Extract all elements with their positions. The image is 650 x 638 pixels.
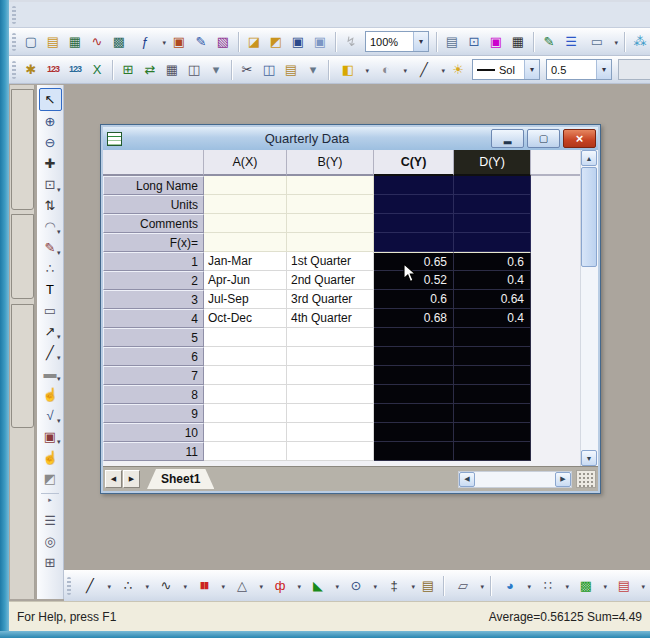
move-column-icon[interactable]: ⇄ bbox=[140, 60, 160, 80]
hscroll-track[interactable] bbox=[475, 472, 555, 487]
copy-icon[interactable]: ◫ bbox=[259, 60, 279, 80]
cell-c-selected[interactable] bbox=[374, 442, 454, 461]
row-number[interactable]: 6 bbox=[103, 347, 204, 366]
zoom-out-tool-icon[interactable]: ⊖ bbox=[40, 132, 61, 153]
cell-a[interactable] bbox=[204, 233, 287, 252]
select-on-plot-tool-icon[interactable]: ◠ bbox=[40, 216, 61, 237]
cell-b[interactable] bbox=[287, 404, 374, 423]
cell-d-selected[interactable]: 0.6 bbox=[454, 252, 531, 271]
row-number[interactable]: 5 bbox=[103, 328, 204, 347]
cell-a[interactable] bbox=[204, 366, 287, 385]
menu-tools[interactable] bbox=[146, 12, 160, 18]
cell-c-selected[interactable] bbox=[374, 233, 454, 252]
dots-tool-icon[interactable]: ∴ bbox=[40, 258, 61, 279]
area-plot-icon[interactable]: △ bbox=[228, 576, 264, 596]
brightness-icon[interactable]: ☀ bbox=[448, 60, 468, 80]
row-label[interactable]: Units bbox=[103, 195, 204, 214]
scroll-left-icon[interactable]: ◀ bbox=[459, 472, 475, 487]
cell-d-selected[interactable] bbox=[454, 328, 531, 347]
toolbar-expand-icon[interactable]: ▸ bbox=[41, 493, 59, 506]
template-window-icon[interactable]: ▤ bbox=[418, 576, 438, 596]
column-plot-icon[interactable]: ▮▮ bbox=[190, 576, 226, 596]
edit-mode-icon[interactable]: ✎ bbox=[539, 32, 559, 52]
new-report-icon[interactable]: ▧ bbox=[213, 32, 233, 52]
new-function-icon[interactable]: ƒ bbox=[131, 32, 167, 52]
cell-a[interactable] bbox=[204, 195, 287, 214]
cell-a[interactable] bbox=[204, 385, 287, 404]
set-values-icon[interactable]: 123 bbox=[43, 60, 63, 80]
cell-a[interactable] bbox=[204, 404, 287, 423]
tab-quick-help[interactable] bbox=[11, 214, 34, 299]
new-matrix-icon[interactable]: ▩ bbox=[109, 32, 129, 52]
cell-a[interactable] bbox=[204, 176, 287, 195]
project-explorer-icon[interactable]: ⁂ bbox=[630, 32, 650, 52]
scroll-up-icon[interactable]: ▲ bbox=[581, 150, 597, 166]
cell-b[interactable] bbox=[287, 442, 374, 461]
row-number[interactable]: 11 bbox=[103, 442, 204, 461]
cell-c-selected[interactable]: 0.52 bbox=[374, 271, 454, 290]
video-icon[interactable]: ▦ bbox=[508, 32, 528, 52]
toolbar-grip[interactable] bbox=[12, 33, 16, 51]
cell-c-selected[interactable] bbox=[374, 385, 454, 404]
cell-a[interactable]: Jan-Mar bbox=[204, 252, 287, 271]
add-sparklines-icon[interactable]: ✱ bbox=[21, 60, 41, 80]
cell-c-selected[interactable] bbox=[374, 176, 454, 195]
menu-plot[interactable] bbox=[62, 12, 76, 18]
fill-area-plot-icon[interactable]: ◣ bbox=[304, 576, 340, 596]
menu-help[interactable] bbox=[188, 12, 202, 18]
graph-template-icon[interactable]: ▱ bbox=[449, 576, 485, 596]
cell-d-selected[interactable] bbox=[454, 423, 531, 442]
polar-plot-icon[interactable]: ⊙ bbox=[342, 576, 378, 596]
cell-b[interactable] bbox=[287, 328, 374, 347]
screen-reader-tool-icon[interactable]: ✚ bbox=[40, 153, 61, 174]
pan-tool-icon[interactable]: ☝ bbox=[40, 384, 61, 405]
save-template-icon[interactable]: ▣ bbox=[310, 32, 330, 52]
cell-b[interactable]: 3rd Quarter bbox=[287, 290, 374, 309]
arrange-windows-icon[interactable]: ▭ bbox=[583, 32, 619, 52]
cell-d-selected[interactable] bbox=[454, 214, 531, 233]
rectangle-tool-icon[interactable]: ▬ bbox=[40, 363, 61, 384]
cell-b[interactable]: 4th Quarter bbox=[287, 309, 374, 328]
duplicate-sheet-icon[interactable]: ◫ bbox=[184, 60, 204, 80]
row-number[interactable]: 2 bbox=[103, 271, 204, 290]
zoom-in-tool-icon[interactable]: ⊕ bbox=[40, 111, 61, 132]
cell-b[interactable] bbox=[287, 366, 374, 385]
row-number[interactable]: 4 bbox=[103, 309, 204, 328]
selection-tool-icon[interactable]: ⊡ bbox=[40, 174, 61, 195]
capture-image-icon[interactable]: ▣ bbox=[486, 32, 506, 52]
toolbar-grip[interactable] bbox=[12, 61, 16, 79]
cell-c-selected[interactable] bbox=[374, 366, 454, 385]
cell-d-selected[interactable]: 0.4 bbox=[454, 309, 531, 328]
spiral-tool-icon[interactable]: ◎ bbox=[40, 531, 61, 552]
row-number[interactable]: 10 bbox=[103, 423, 204, 442]
vertical-scrollbar[interactable]: ▲ ▼ bbox=[580, 150, 598, 466]
menu-statistics[interactable] bbox=[118, 12, 132, 18]
cell-a[interactable] bbox=[204, 328, 287, 347]
insert-graph-tool-icon[interactable]: ▣ bbox=[40, 426, 61, 447]
pointer-tool-icon[interactable]: ↖ bbox=[39, 88, 62, 111]
cell-a[interactable]: Jul-Sep bbox=[204, 290, 287, 309]
cell-a[interactable] bbox=[204, 423, 287, 442]
layer-manage-icon[interactable]: ☰ bbox=[561, 32, 581, 52]
cell-b[interactable] bbox=[287, 347, 374, 366]
line-plot-icon[interactable]: ╱ bbox=[76, 576, 112, 596]
line-style-combo[interactable]: Sol bbox=[472, 59, 540, 80]
cell-b[interactable] bbox=[287, 176, 374, 195]
column-header-d[interactable]: D(Y) bbox=[454, 150, 531, 176]
formula-tool-icon[interactable]: √ bbox=[40, 405, 61, 426]
window-titlebar[interactable]: Quarterly Data ▂ ▢ × bbox=[103, 127, 598, 150]
toolbar-overflow-icon[interactable]: ▾ bbox=[206, 60, 226, 80]
cell-a[interactable]: Oct-Dec bbox=[204, 309, 287, 328]
cell-d-selected[interactable] bbox=[454, 366, 531, 385]
stock-plot-icon[interactable]: ‡ bbox=[380, 576, 416, 596]
add-column-icon[interactable]: ⊞ bbox=[118, 60, 138, 80]
cell-b[interactable]: 2nd Quarter bbox=[287, 271, 374, 290]
save-icon[interactable]: ▣ bbox=[288, 32, 308, 52]
scroll-down-icon[interactable]: ▼ bbox=[581, 450, 597, 466]
tab-project-explorer[interactable] bbox=[11, 89, 34, 210]
new-graph-icon[interactable]: ∿ bbox=[87, 32, 107, 52]
cell-d-selected[interactable] bbox=[454, 442, 531, 461]
print-icon[interactable]: ▤ bbox=[442, 32, 462, 52]
cell-a[interactable]: Apr-Jun bbox=[204, 271, 287, 290]
cell-b[interactable] bbox=[287, 233, 374, 252]
